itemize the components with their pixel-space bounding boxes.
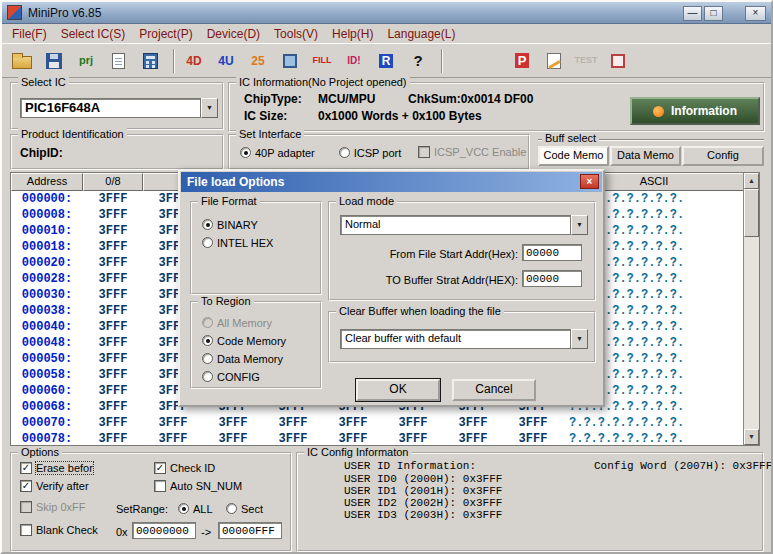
hex-value-cell[interactable]: 3FFF [203,415,263,431]
hex-address-cell[interactable]: 000048: [11,335,83,351]
hex-value-cell[interactable]: 3FFF [83,319,143,335]
hex-value-cell[interactable]: 3FFF [83,367,143,383]
self-test-button[interactable]: TEST [572,47,600,75]
hex-value-cell[interactable]: 3FFF [83,223,143,239]
range-start-input[interactable] [132,522,196,539]
auto-sn-checkbox[interactable]: ✓ Auto SN_NUM [154,480,242,492]
hex-value-cell[interactable]: 3FFF [383,415,443,431]
radio-data-memory[interactable]: Data Memory [202,351,286,366]
vertical-scrollbar[interactable]: ▲ ▼ [743,173,759,445]
tab-code-memo[interactable]: Code Memo [538,146,609,166]
cancel-button[interactable]: Cancel [452,379,536,401]
hex-value-cell[interactable]: 3FFF [323,415,383,431]
hex-value-cell[interactable]: 3FFF [83,351,143,367]
hex-value-cell[interactable]: 3FFF [443,431,503,447]
hex-value-cell[interactable]: 3FFF [83,431,143,447]
radio-40p-adapter[interactable]: 40P adapter [240,145,315,160]
hex-address-cell[interactable]: 000020: [11,255,83,271]
hex-address-cell[interactable]: 000008: [11,207,83,223]
hex-value-cell[interactable]: 3FFF [143,431,203,447]
open-file-button[interactable] [8,47,36,75]
menu-language-l[interactable]: Language(L) [380,25,462,43]
erase-ic-button[interactable]: ID! [340,47,368,75]
menu-device-d[interactable]: Device(D) [200,25,267,43]
hex-address-cell[interactable]: 000050: [11,351,83,367]
help-button[interactable]: ? [404,47,432,75]
to-addr-input[interactable] [522,270,582,287]
clear-buffer-dropdown-button[interactable]: ▼ [571,329,588,349]
hex-value-cell[interactable]: 3FFF [143,415,203,431]
hex-address-cell[interactable]: 000078: [11,431,83,447]
read-ic-button[interactable]: 4D [180,47,208,75]
hex-address-cell[interactable]: 000070: [11,415,83,431]
verify-ic-button[interactable]: 25 [244,47,272,75]
project-button[interactable]: prj [72,47,100,75]
close-button[interactable]: × [745,6,766,21]
hex-value-cell[interactable]: 3FFF [83,191,143,207]
hex-value-cell[interactable]: 3FFF [83,255,143,271]
hex-address-cell[interactable]: 000000: [11,191,83,207]
load-mode-dropdown-button[interactable]: ▼ [571,215,588,235]
scroll-up-button[interactable]: ▲ [744,173,759,189]
icsp-button[interactable] [604,47,632,75]
hex-value-cell[interactable]: 3FFF [503,431,563,447]
save-project-button[interactable] [104,47,132,75]
erase-before-checkbox[interactable]: ✓ Erase befor [20,462,93,474]
hex-address-cell[interactable]: 000010: [11,223,83,239]
hex-address-cell[interactable]: 000058: [11,367,83,383]
load-mode-combobox[interactable]: Normal ▼ [340,215,588,235]
ic-select-dropdown-button[interactable]: ▼ [201,98,218,118]
range-end-input[interactable] [218,522,282,539]
logo-button[interactable]: R [372,47,400,75]
write-ic-button[interactable]: 4U [212,47,240,75]
hex-value-cell[interactable]: 3FFF [83,335,143,351]
scroll-down-button[interactable]: ▼ [744,429,759,445]
program-button[interactable]: P [508,47,536,75]
hex-value-cell[interactable]: 3FFF [83,271,143,287]
save-file-button[interactable] [40,47,68,75]
hex-value-cell[interactable]: 3FFF [83,383,143,399]
hex-value-cell[interactable]: 3FFF [83,239,143,255]
menu-tools-v[interactable]: Tools(V) [267,25,325,43]
hex-address-cell[interactable]: 000028: [11,271,83,287]
minimize-button[interactable]: — [683,6,702,21]
hex-value-cell[interactable]: 3FFF [83,207,143,223]
menu-select-ic-s[interactable]: Select IC(S) [54,25,133,43]
hex-value-cell[interactable]: 3FFF [503,415,563,431]
check-id-checkbox[interactable]: ✓ Check ID [154,462,215,474]
dialog-close-button[interactable]: × [580,174,599,189]
scrollbar-thumb[interactable] [744,189,759,237]
tab-config[interactable]: Config [682,146,764,166]
information-button[interactable]: Information [630,97,760,125]
edit-buffer-button[interactable] [540,47,568,75]
hex-value-cell[interactable]: 3FFF [323,431,383,447]
hex-value-cell[interactable]: 3FFF [383,431,443,447]
maximize-button[interactable]: □ [704,6,723,21]
tab-data-memo[interactable]: Data Memo [610,146,681,166]
hex-value-cell[interactable]: 3FFF [203,431,263,447]
hex-value-cell[interactable]: 3FFF [83,287,143,303]
hex-value-cell[interactable]: 3FFF [443,415,503,431]
clear-buffer-combobox[interactable]: Clear buffer with default ▼ [340,329,588,349]
verify-after-checkbox[interactable]: ✓ Verify after [20,480,89,492]
hex-ascii-cell[interactable]: ?.?.?.?.?.?.?.?. [563,415,745,431]
hex-value-cell[interactable]: 3FFF [83,303,143,319]
hex-ascii-cell[interactable]: ?.?.?.?.?.?.?.?. [563,431,745,447]
range-sect-radio[interactable]: Sect [226,501,263,516]
radio-icsp-port[interactable]: ICSP port [339,145,402,160]
menu-file-f[interactable]: File(F) [5,25,54,43]
ic-select-combobox[interactable]: PIC16F648A ▼ [20,98,218,118]
from-addr-input[interactable] [522,244,582,261]
hex-value-cell[interactable]: 3FFF [83,399,143,415]
menu-help-h[interactable]: Help(H) [325,25,380,43]
calculator-button[interactable] [136,47,164,75]
radio-intel-hex[interactable]: INTEL HEX [202,235,273,250]
ok-button[interactable]: OK [356,379,440,401]
hex-address-cell[interactable]: 000068: [11,399,83,415]
blank-check-button[interactable] [276,47,304,75]
menu-project-p[interactable]: Project(P) [132,25,199,43]
radio-binary[interactable]: BINARY [202,217,273,232]
hex-address-cell[interactable]: 000038: [11,303,83,319]
hex-value-cell[interactable]: 3FFF [83,415,143,431]
blank-check-checkbox[interactable]: ✓ Blank Check [20,524,98,536]
